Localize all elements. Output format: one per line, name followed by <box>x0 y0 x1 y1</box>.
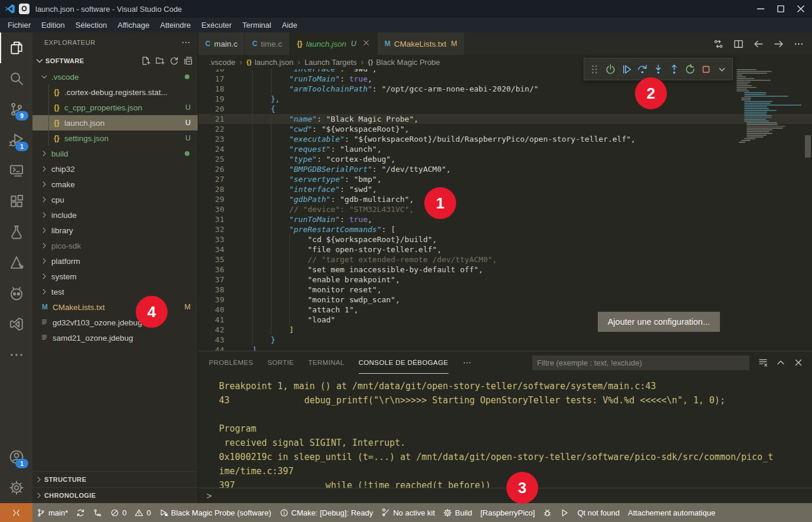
status-raspberrypico[interactable]: [RaspberryPico] <box>476 503 539 522</box>
menu-atteindre[interactable]: Atteindre <box>155 21 196 30</box>
activity-source-control[interactable]: 9 <box>0 94 32 125</box>
menu-fichier[interactable]: Fichier <box>2 21 36 30</box>
activity-settings-gear[interactable] <box>0 472 32 503</box>
close-button[interactable] <box>792 2 810 15</box>
activity-test-beaker[interactable] <box>0 217 32 247</box>
panel-tab-terminal[interactable]: TERMINAL <box>308 351 344 374</box>
tab-launch-json[interactable]: {}launch.jsonU <box>290 32 378 55</box>
status-0[interactable]: 0 <box>130 503 155 522</box>
restart-button[interactable] <box>682 60 698 78</box>
status-sync[interactable] <box>72 503 89 522</box>
power-button[interactable] <box>603 60 618 78</box>
menu-affichage[interactable]: Affichage <box>112 21 155 30</box>
explorer-more-icon[interactable] <box>181 38 191 47</box>
clear-console-icon[interactable] <box>758 358 768 367</box>
status-compare-changes[interactable] <box>89 503 106 522</box>
file-row-cmakelists-txt[interactable]: MCMakeLists.txtM <box>32 299 198 315</box>
file-row-library[interactable]: library <box>32 223 198 238</box>
menu-aide[interactable]: Aide <box>277 21 303 30</box>
new-folder-icon[interactable] <box>155 56 165 66</box>
open-changes-icon[interactable] <box>713 39 723 49</box>
status-remote[interactable] <box>0 503 32 522</box>
activity-search[interactable] <box>0 63 32 94</box>
scrollbar-thumb[interactable] <box>805 135 811 158</box>
activity-remote-explorer[interactable] <box>0 155 32 186</box>
arrow-right-icon[interactable] <box>774 39 784 49</box>
activity-account[interactable]: 1 <box>0 442 32 472</box>
file-row-launch-json[interactable]: {}launch.jsonU <box>32 115 198 130</box>
file-row--cortex-debug-registers-stat-[interactable]: {}.cortex-debug.registers.stat... <box>32 84 198 100</box>
status-attachement-automatique[interactable]: Attachement automatique <box>624 503 719 522</box>
breadcrumb-item[interactable]: {}launch.json <box>246 58 293 67</box>
menu-sélection[interactable]: Sélection <box>70 21 112 30</box>
file-row-system[interactable]: system <box>32 269 198 284</box>
breadcrumb-item[interactable]: .vscode <box>209 58 235 67</box>
status-black-magic-probe-software[interactable]: Black Magic Probe (software) <box>155 503 276 522</box>
stop-button[interactable] <box>698 60 714 78</box>
file-row--vscode[interactable]: .vscode <box>32 69 198 84</box>
maximize-button[interactable] <box>772 2 790 15</box>
activity-ellipsis[interactable] <box>0 340 32 370</box>
arrow-left-icon[interactable] <box>754 39 764 49</box>
minimize-button[interactable] <box>752 2 770 15</box>
section-header-software[interactable]: SOFTWARE <box>32 53 198 69</box>
ellipsis-icon[interactable] <box>794 39 804 49</box>
section-header-structure[interactable]: STRUCTURE <box>32 471 198 487</box>
status-main[interactable]: main* <box>32 503 72 522</box>
file-row-cmake[interactable]: cmake <box>32 177 198 192</box>
activity-visual-studio[interactable] <box>0 309 32 340</box>
split-editor-icon[interactable] <box>734 39 744 49</box>
section-header-chronologie[interactable]: CHRONOLOGIE <box>32 487 198 503</box>
file-row-gd32vf103-ozone-jdebug[interactable]: gd32vf103_ozone.jdebug <box>32 315 198 330</box>
activity-cmake[interactable] <box>0 247 32 278</box>
breadcrumb-item[interactable]: Launch Targets <box>304 58 357 67</box>
status-play[interactable] <box>556 503 573 522</box>
activity-run-debug[interactable]: 1 <box>0 125 32 155</box>
code-editor[interactable]: 16 "interface": "swd",17 "runToMain": tr… <box>198 69 812 351</box>
status-qt-not-found[interactable]: Qt not found <box>573 503 624 522</box>
tab-time-c[interactable]: Ctime.c <box>245 32 290 55</box>
file-row-chip32[interactable]: chip32 <box>32 161 198 177</box>
status-bug[interactable] <box>539 503 556 522</box>
file-row-include[interactable]: include <box>32 207 198 223</box>
chevron-down-small-button[interactable] <box>714 60 730 78</box>
editor-scrollbar[interactable] <box>803 69 812 351</box>
tab-main-c[interactable]: Cmain.c <box>198 32 245 55</box>
file-row-cpu[interactable]: cpu <box>32 192 198 207</box>
status-no-active-kit[interactable]: No active kit <box>377 503 439 522</box>
menu-edition[interactable]: Edition <box>36 21 70 30</box>
file-row-settings-json[interactable]: {}settings.jsonU <box>32 130 198 146</box>
panel-tab-console-de-d-bogage[interactable]: CONSOLE DE DÉBOGAGE <box>359 351 448 374</box>
activity-files[interactable] <box>0 32 32 63</box>
panel-tab-probl-mes[interactable]: PROBLÈMES <box>209 351 253 374</box>
step-into-button[interactable] <box>650 60 666 78</box>
status-0[interactable]: 0 <box>106 503 130 522</box>
breadcrumb-item[interactable]: {}Black Magic Probe <box>368 58 440 67</box>
activity-platformio[interactable] <box>0 278 32 309</box>
panel-more-icon[interactable] <box>463 358 472 367</box>
status-cmake-debug-ready[interactable]: CMake: [Debug]: Ready <box>276 503 378 522</box>
activity-extensions[interactable] <box>0 186 32 217</box>
chevron-up-icon[interactable] <box>776 358 785 367</box>
file-row-test[interactable]: test <box>32 284 198 299</box>
file-row-build[interactable]: build <box>32 146 198 161</box>
status-build[interactable]: Build <box>439 503 476 522</box>
file-row-pico-sdk[interactable]: pico-sdk <box>32 238 198 253</box>
add-configuration-button[interactable]: Ajouter une configuration... <box>598 312 720 332</box>
file-row-samd21-ozone-jdebug[interactable]: samd21_ozone.jdebug <box>32 330 198 345</box>
close-icon[interactable] <box>362 39 370 48</box>
console-filter-input[interactable] <box>532 355 749 370</box>
menu-terminal[interactable]: Terminal <box>237 21 277 30</box>
collapse-all-icon[interactable] <box>184 56 193 66</box>
close-icon[interactable] <box>794 358 803 367</box>
new-file-icon[interactable] <box>141 56 150 66</box>
tab-cmakelists-txt[interactable]: MCMakeLists.txtM <box>378 32 465 55</box>
minimap[interactable] <box>736 69 803 143</box>
debug-console-input[interactable]: > <box>198 488 812 503</box>
file-row-platform[interactable]: platform <box>32 253 198 269</box>
menu-exécuter[interactable]: Exécuter <box>196 21 237 30</box>
panel-tab-sortie[interactable]: SORTIE <box>267 351 294 374</box>
refresh-icon[interactable] <box>169 56 179 66</box>
step-over-button[interactable] <box>634 60 650 78</box>
step-out-button[interactable] <box>666 60 682 78</box>
